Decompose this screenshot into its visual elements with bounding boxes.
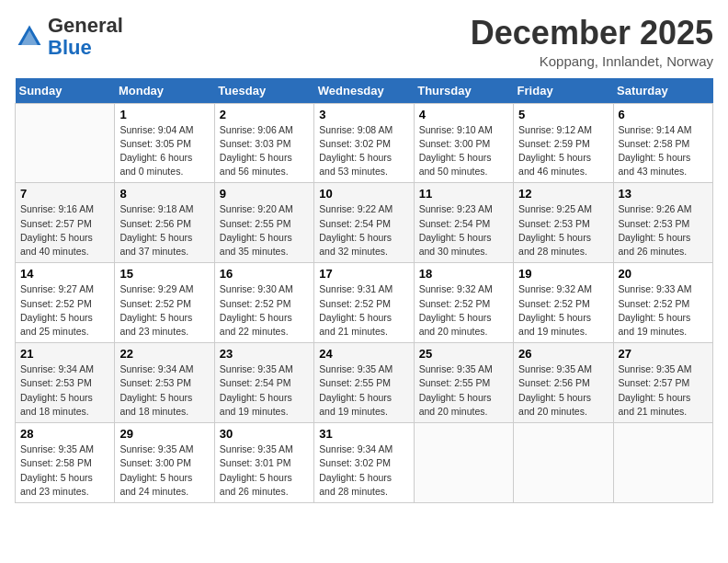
day-info: Sunrise: 9:20 AM Sunset: 2:55 PM Dayligh… (220, 202, 309, 259)
page-header: General Blue December 2025 Koppang, Innl… (15, 15, 713, 69)
calendar-cell: 3Sunrise: 9:08 AM Sunset: 3:02 PM Daylig… (314, 103, 414, 183)
day-number: 30 (220, 427, 309, 441)
day-number: 29 (119, 427, 209, 441)
calendar-cell: 10Sunrise: 9:22 AM Sunset: 2:54 PM Dayli… (314, 183, 414, 263)
day-info: Sunrise: 9:25 AM Sunset: 2:53 PM Dayligh… (518, 202, 608, 259)
day-number: 24 (319, 347, 408, 361)
location: Koppang, Innlandet, Norway (471, 53, 713, 69)
calendar-cell: 5Sunrise: 9:12 AM Sunset: 2:59 PM Daylig… (514, 103, 613, 183)
day-number: 16 (220, 267, 309, 281)
day-number: 7 (20, 187, 109, 201)
calendar-cell: 28Sunrise: 9:35 AM Sunset: 2:58 PM Dayli… (16, 423, 115, 503)
day-number: 25 (419, 347, 508, 361)
calendar-cell: 20Sunrise: 9:33 AM Sunset: 2:52 PM Dayli… (613, 263, 712, 343)
day-number: 8 (119, 187, 209, 201)
calendar-week-4: 21Sunrise: 9:34 AM Sunset: 2:53 PM Dayli… (16, 343, 713, 423)
logo-general: General (48, 14, 123, 37)
day-info: Sunrise: 9:06 AM Sunset: 3:03 PM Dayligh… (220, 123, 309, 179)
day-info: Sunrise: 9:35 AM Sunset: 2:55 PM Dayligh… (319, 362, 408, 419)
calendar-cell: 14Sunrise: 9:27 AM Sunset: 2:52 PM Dayli… (16, 263, 115, 343)
calendar-cell (613, 423, 712, 503)
day-info: Sunrise: 9:35 AM Sunset: 3:01 PM Dayligh… (220, 442, 309, 499)
day-info: Sunrise: 9:35 AM Sunset: 2:57 PM Dayligh… (619, 362, 708, 419)
day-number: 12 (518, 187, 608, 201)
calendar-header-friday: Friday (514, 78, 613, 104)
day-info: Sunrise: 9:04 AM Sunset: 3:05 PM Dayligh… (119, 123, 209, 179)
day-info: Sunrise: 9:35 AM Sunset: 2:55 PM Dayligh… (419, 362, 508, 419)
day-info: Sunrise: 9:23 AM Sunset: 2:54 PM Dayligh… (419, 202, 508, 259)
day-number: 21 (20, 347, 109, 361)
day-number: 9 (220, 187, 309, 201)
calendar-cell: 24Sunrise: 9:35 AM Sunset: 2:55 PM Dayli… (314, 343, 414, 423)
calendar-cell: 21Sunrise: 9:34 AM Sunset: 2:53 PM Dayli… (16, 343, 115, 423)
calendar-header-sunday: Sunday (16, 78, 115, 104)
day-info: Sunrise: 9:33 AM Sunset: 2:52 PM Dayligh… (619, 282, 708, 339)
day-number: 1 (119, 108, 209, 121)
calendar-cell: 4Sunrise: 9:10 AM Sunset: 3:00 PM Daylig… (414, 103, 513, 183)
day-number: 18 (419, 267, 508, 281)
day-number: 3 (319, 108, 408, 121)
day-number: 19 (518, 267, 608, 281)
calendar-cell: 19Sunrise: 9:32 AM Sunset: 2:52 PM Dayli… (514, 263, 613, 343)
calendar-header-monday: Monday (115, 78, 214, 104)
day-info: Sunrise: 9:35 AM Sunset: 2:58 PM Dayligh… (20, 442, 109, 499)
calendar-cell (16, 103, 115, 183)
day-info: Sunrise: 9:16 AM Sunset: 2:57 PM Dayligh… (20, 202, 109, 259)
day-info: Sunrise: 9:34 AM Sunset: 2:53 PM Dayligh… (119, 362, 209, 419)
calendar-cell: 31Sunrise: 9:34 AM Sunset: 3:02 PM Dayli… (314, 423, 414, 503)
day-number: 20 (619, 267, 708, 281)
logo-icon (15, 22, 44, 52)
calendar-cell: 22Sunrise: 9:34 AM Sunset: 2:53 PM Dayli… (115, 343, 214, 423)
calendar-week-1: 1Sunrise: 9:04 AM Sunset: 3:05 PM Daylig… (16, 103, 713, 183)
calendar-header-wednesday: Wednesday (314, 78, 414, 104)
day-info: Sunrise: 9:34 AM Sunset: 2:53 PM Dayligh… (20, 362, 109, 419)
logo: General Blue (15, 15, 123, 59)
day-info: Sunrise: 9:26 AM Sunset: 2:53 PM Dayligh… (619, 202, 708, 259)
day-info: Sunrise: 9:14 AM Sunset: 2:58 PM Dayligh… (619, 123, 708, 179)
calendar-header-saturday: Saturday (613, 78, 712, 104)
day-info: Sunrise: 9:12 AM Sunset: 2:59 PM Dayligh… (518, 123, 608, 179)
day-number: 15 (119, 267, 209, 281)
day-info: Sunrise: 9:18 AM Sunset: 2:56 PM Dayligh… (119, 202, 209, 259)
calendar-week-2: 7Sunrise: 9:16 AM Sunset: 2:57 PM Daylig… (16, 183, 713, 263)
month-title: December 2025 (471, 15, 713, 52)
day-number: 26 (518, 347, 608, 361)
day-info: Sunrise: 9:29 AM Sunset: 2:52 PM Dayligh… (119, 282, 209, 339)
day-number: 22 (119, 347, 209, 361)
calendar-cell: 16Sunrise: 9:30 AM Sunset: 2:52 PM Dayli… (214, 263, 313, 343)
day-info: Sunrise: 9:32 AM Sunset: 2:52 PM Dayligh… (518, 282, 608, 339)
logo-text: General Blue (48, 15, 123, 59)
day-number: 27 (619, 347, 708, 361)
day-number: 28 (20, 427, 109, 441)
calendar-cell: 18Sunrise: 9:32 AM Sunset: 2:52 PM Dayli… (414, 263, 513, 343)
day-info: Sunrise: 9:35 AM Sunset: 2:54 PM Dayligh… (220, 362, 309, 419)
calendar-cell: 25Sunrise: 9:35 AM Sunset: 2:55 PM Dayli… (414, 343, 513, 423)
calendar-cell: 7Sunrise: 9:16 AM Sunset: 2:57 PM Daylig… (16, 183, 115, 263)
day-info: Sunrise: 9:30 AM Sunset: 2:52 PM Dayligh… (220, 282, 309, 339)
calendar-table: SundayMondayTuesdayWednesdayThursdayFrid… (15, 78, 713, 503)
day-number: 4 (419, 108, 508, 121)
calendar-cell: 1Sunrise: 9:04 AM Sunset: 3:05 PM Daylig… (115, 103, 214, 183)
day-info: Sunrise: 9:34 AM Sunset: 3:02 PM Dayligh… (319, 442, 408, 499)
day-number: 31 (319, 427, 408, 441)
day-info: Sunrise: 9:10 AM Sunset: 3:00 PM Dayligh… (419, 123, 508, 179)
day-info: Sunrise: 9:22 AM Sunset: 2:54 PM Dayligh… (319, 202, 408, 259)
calendar-cell: 17Sunrise: 9:31 AM Sunset: 2:52 PM Dayli… (314, 263, 414, 343)
title-block: December 2025 Koppang, Innlandet, Norway (471, 15, 713, 69)
day-info: Sunrise: 9:27 AM Sunset: 2:52 PM Dayligh… (20, 282, 109, 339)
day-number: 6 (619, 108, 708, 121)
logo-blue: Blue (48, 36, 92, 59)
calendar-cell: 29Sunrise: 9:35 AM Sunset: 3:00 PM Dayli… (115, 423, 214, 503)
day-info: Sunrise: 9:08 AM Sunset: 3:02 PM Dayligh… (319, 123, 408, 179)
day-number: 2 (220, 108, 309, 121)
calendar-cell: 23Sunrise: 9:35 AM Sunset: 2:54 PM Dayli… (214, 343, 313, 423)
calendar-header-row: SundayMondayTuesdayWednesdayThursdayFrid… (16, 78, 713, 104)
day-number: 10 (319, 187, 408, 201)
day-number: 14 (20, 267, 109, 281)
calendar-cell: 11Sunrise: 9:23 AM Sunset: 2:54 PM Dayli… (414, 183, 513, 263)
calendar-cell: 8Sunrise: 9:18 AM Sunset: 2:56 PM Daylig… (115, 183, 214, 263)
day-number: 17 (319, 267, 408, 281)
day-info: Sunrise: 9:35 AM Sunset: 3:00 PM Dayligh… (119, 442, 209, 499)
day-info: Sunrise: 9:35 AM Sunset: 2:56 PM Dayligh… (518, 362, 608, 419)
calendar-cell: 27Sunrise: 9:35 AM Sunset: 2:57 PM Dayli… (613, 343, 712, 423)
